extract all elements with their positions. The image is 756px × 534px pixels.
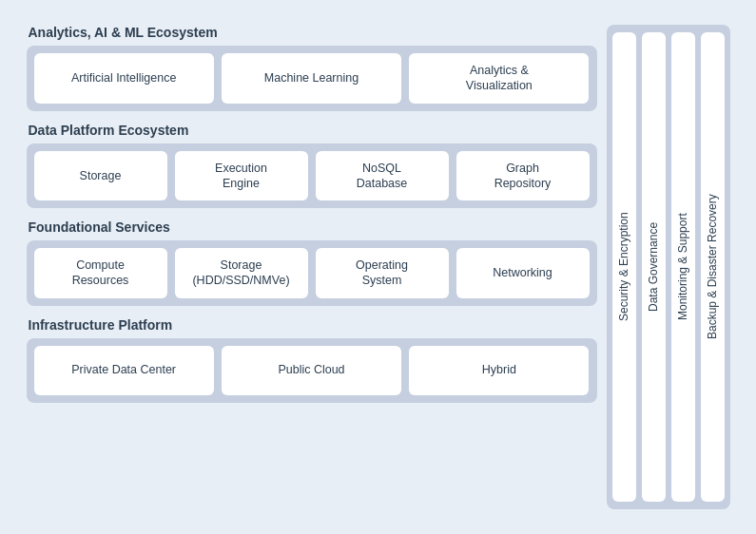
section-box-foundational: ComputeResources Storage(HDD/SSD/NMVe) O… [27,240,597,306]
item-artificial-intelligence: Artificial Intelligence [34,53,214,104]
item-networking: Networking [456,248,590,298]
item-machine-learning: Machine Learning [222,53,401,104]
label-data-governance: Data Governance [642,32,666,502]
section-title-analytics: Analytics, AI & ML Ecosystem [27,25,597,40]
section-title-data-platform: Data Platform Ecosystem [27,123,597,138]
right-panel: Security & Encryption Data Governance Mo… [607,25,730,509]
main-container: Analytics, AI & ML Ecosystem Artificial … [17,15,740,519]
item-compute-resources: ComputeResources [34,248,167,298]
item-private-data-center: Private Data Center [34,346,214,395]
right-panel-wrapper: Security & Encryption Data Governance Mo… [607,25,730,509]
item-execution-engine: ExecutionEngine [175,151,308,201]
section-foundational: Foundational Services ComputeResources S… [27,219,597,306]
item-hybrid: Hybrid [409,346,589,395]
section-box-analytics: Artificial Intelligence Machine Learning… [27,46,597,111]
section-box-infrastructure: Private Data Center Public Cloud Hybrid [27,338,597,403]
section-box-data-platform: Storage ExecutionEngine NoSQLDatabase Gr… [27,143,597,209]
label-security-encryption: Security & Encryption [612,32,636,502]
left-panel: Analytics, AI & ML Ecosystem Artificial … [27,25,597,509]
section-data-platform: Data Platform Ecosystem Storage Executio… [27,123,597,209]
item-analytics-visualization: Analytics &Visualization [409,53,589,104]
section-analytics: Analytics, AI & ML Ecosystem Artificial … [27,25,597,111]
label-backup-disaster: Backup & Disaster Recovery [701,32,725,502]
item-operating-system: OperatingSystem [316,248,449,298]
item-public-cloud: Public Cloud [222,346,401,395]
item-nosql-database: NoSQLDatabase [316,151,449,201]
item-storage: Storage [34,151,167,201]
item-graph-repository: GraphRepository [456,151,590,201]
section-title-foundational: Foundational Services [27,219,597,235]
label-monitoring-support: Monitoring & Support [671,32,695,502]
section-infrastructure: Infrastructure Platform Private Data Cen… [27,317,597,403]
section-title-infrastructure: Infrastructure Platform [27,317,597,333]
item-storage-hdd: Storage(HDD/SSD/NMVe) [175,248,308,298]
